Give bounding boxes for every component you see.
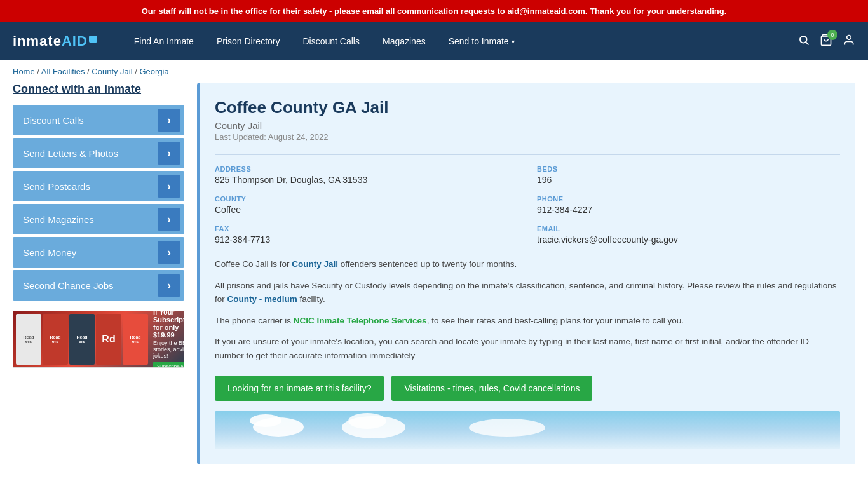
facility-desc-1: Coffee Co Jail is for County Jail offend… [215,257,840,271]
info-grid: ADDRESS 825 Thompson Dr, Douglas, GA 315… [215,165,840,245]
facility-desc-3: The phone carrier is NCIC Inmate Telepho… [215,314,840,328]
breadcrumb-county-jail[interactable]: County Jail [92,67,132,76]
ad-subtitle: Enjoy the BEST stories, advice & jokes! [153,340,184,359]
user-icon [843,34,855,46]
beds-value: 196 [537,175,840,185]
user-button[interactable] [843,34,855,50]
ad-subscribe-button[interactable]: Subscribe Now [153,362,184,369]
alert-banner: Our staff will not be in the office for … [0,0,868,22]
ad-text: If Your Subscription for only $19.99 Enj… [151,311,184,368]
facility-desc-4: If you are unsure of your inmate's locat… [215,335,840,362]
nav-find-inmate[interactable]: Find An Inmate [123,22,205,60]
ad-mag-2: Readers [43,314,68,365]
search-button[interactable] [798,34,810,49]
breadcrumb-all-facilities[interactable]: All Facilities [41,67,85,76]
sidebar-arrow-discount-calls: › [158,109,180,132]
phone-cell: PHONE 912-384-4227 [537,195,840,215]
nav-icons: 0 [798,34,855,50]
fax-value: 912-384-7713 [215,234,518,245]
sidebar-arrow-send-letters: › [158,142,180,165]
ad-mag-5: Readers [123,314,148,365]
sidebar-item-send-magazines[interactable]: Send Magazines › [13,204,184,234]
fax-label: FAX [215,225,518,233]
sidebar-item-second-chance-jobs[interactable]: Second Chance Jobs › [13,270,184,301]
facility-subtitle: County Jail [215,120,840,131]
sidebar: Connect with an Inmate Discount Calls › … [13,83,184,464]
looking-for-inmate-button[interactable]: Looking for an inmate at this facility? [215,376,384,401]
sidebar-title: Connect with an Inmate [13,83,184,96]
info-divider [215,154,840,155]
facility-desc-2: All prisons and jails have Security or C… [215,279,840,306]
cloud-5 [469,419,545,437]
breadcrumb-home[interactable]: Home [13,67,35,76]
sidebar-item-send-money[interactable]: Send Money › [13,237,184,268]
cart-count: 0 [827,30,837,40]
nav-discount-calls[interactable]: Discount Calls [291,22,370,60]
email-label: EMAIL [537,225,840,233]
facility-content: Coffee County GA Jail County Jail Last U… [197,83,855,464]
sidebar-arrow-second-chance: › [158,274,180,297]
alert-text: Our staff will not be in the office for … [142,6,727,16]
action-buttons: Looking for an inmate at this facility? … [215,376,840,401]
phone-value: 912-384-4227 [537,205,840,215]
email-value: tracie.vickers@coffeecounty-ga.gov [537,234,840,245]
sidebar-item-send-letters-photos[interactable]: Send Letters & Photos › [13,138,184,168]
ncic-link[interactable]: NCIC Inmate Telephone Services [294,316,427,325]
ad-mag-1: Readers [16,314,41,365]
nav-prison-directory[interactable]: Prison Directory [205,22,292,60]
beds-label: BEDS [537,165,840,173]
phone-label: PHONE [537,195,840,203]
breadcrumb-georgia[interactable]: Georgia [139,67,168,76]
county-medium-link[interactable]: County - medium [227,294,297,304]
svg-point-0 [800,36,807,43]
cloud-4 [348,413,386,429]
visitations-button[interactable]: Visitations - times, rules, Covid cancel… [391,376,592,401]
send-to-inmate-dropdown-arrow: ▾ [512,38,515,45]
logo[interactable]: inmateAID® [13,33,97,50]
main-nav: Find An Inmate Prison Directory Discount… [123,22,798,60]
sidebar-ad: Readers Readers Readers Rd Readers If Yo… [13,311,184,368]
county-value: Coffee [215,205,518,215]
nav-send-to-inmate[interactable]: Send to Inmate ▾ [437,22,526,60]
ad-mag-rd: Rd [96,314,121,365]
email-cell: EMAIL tracie.vickers@coffeecounty-ga.gov [537,225,840,245]
search-icon [798,34,810,46]
sidebar-arrow-send-postcards: › [158,175,180,198]
cart-button[interactable]: 0 [820,34,832,50]
address-cell: ADDRESS 825 Thompson Dr, Douglas, GA 315… [215,165,518,185]
header: inmateAID® Find An Inmate Prison Directo… [0,22,868,60]
ad-magazines: Readers Readers Readers Rd Readers [13,311,151,367]
sidebar-arrow-send-money: › [158,241,180,264]
sidebar-item-discount-calls[interactable]: Discount Calls › [13,105,184,135]
beds-cell: BEDS 196 [537,165,840,185]
sidebar-menu: Discount Calls › Send Letters & Photos ›… [13,105,184,301]
main-layout: Connect with an Inmate Discount Calls › … [0,83,868,477]
ad-inner: Readers Readers Readers Rd Readers If Yo… [13,311,184,367]
facility-title: Coffee County GA Jail [215,98,840,118]
svg-line-1 [806,42,808,44]
ad-mag-3: Readers [69,314,95,365]
address-label: ADDRESS [215,165,518,173]
facility-updated: Last Updated: August 24, 2022 [215,132,840,142]
sidebar-item-send-postcards[interactable]: Send Postcards › [13,171,184,201]
nav-magazines[interactable]: Magazines [371,22,437,60]
facility-sky-image [215,411,840,449]
county-cell: COUNTY Coffee [215,195,518,215]
county-jail-link[interactable]: County Jail [292,259,338,269]
address-value: 825 Thompson Dr, Douglas, GA 31533 [215,175,518,185]
sidebar-arrow-send-magazines: › [158,208,180,231]
cloud-2 [250,414,281,427]
breadcrumb: Home / All Facilities / County Jail / Ge… [0,60,868,83]
fax-cell: FAX 912-384-7713 [215,225,518,245]
svg-point-3 [847,35,851,39]
county-label: COUNTY [215,195,518,203]
ad-title: If Your Subscription for only $19.99 [153,311,184,339]
